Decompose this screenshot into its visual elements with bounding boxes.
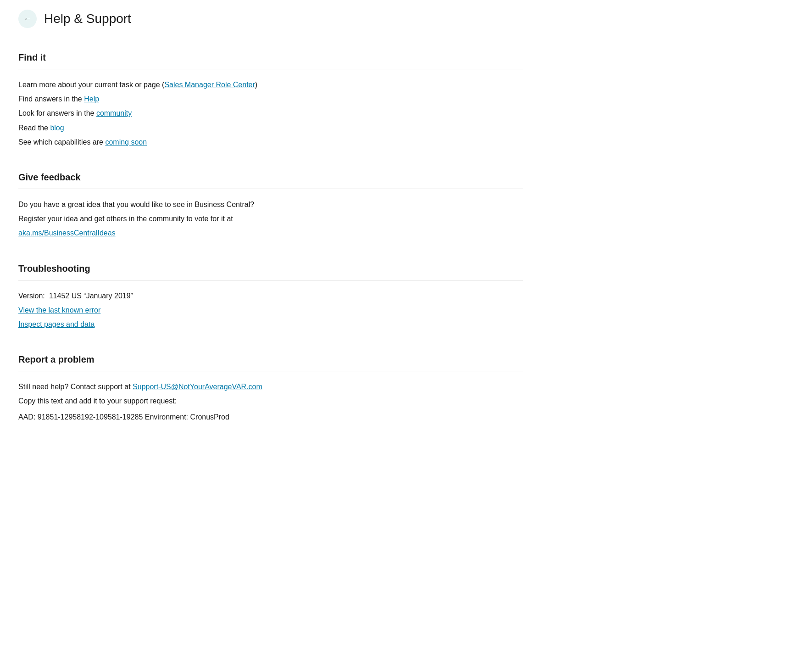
troubleshooting-divider (18, 280, 523, 280)
inspect-pages-link[interactable]: Inspect pages and data (18, 320, 95, 328)
give-feedback-link-line: aka.ms/BusinessCentralIdeas (18, 227, 523, 239)
find-it-line-1: Learn more about your current task or pa… (18, 78, 523, 91)
blog-link[interactable]: blog (50, 124, 64, 132)
troubleshooting-content: Version: 11452 US “January 2019” View th… (18, 290, 523, 331)
aad-info: AAD: 91851-12958192-109581-19285 Environ… (18, 411, 523, 423)
sales-manager-role-center-link[interactable]: Sales Manager Role Center (164, 81, 255, 89)
find-it-line-5-prefix: See which capabilities are (18, 138, 105, 146)
give-feedback-text2: Register your idea and get others in the… (18, 212, 523, 225)
page-header: ← Help & Support (18, 9, 794, 28)
section-report-problem: Report a problem Still need help? Contac… (18, 352, 523, 424)
last-error-line: View the last known error (18, 304, 523, 316)
find-it-content: Learn more about your current task or pa… (18, 78, 523, 148)
main-content: Find it Learn more about your current ta… (18, 50, 523, 424)
support-email-link[interactable]: Support-US@NotYourAverageVAR.com (133, 383, 262, 391)
last-known-error-link[interactable]: View the last known error (18, 306, 100, 314)
troubleshooting-title: Troubleshooting (18, 262, 523, 275)
business-central-ideas-link[interactable]: aka.ms/BusinessCentralIdeas (18, 229, 116, 237)
find-it-line-2-prefix: Find answers in the (18, 95, 84, 103)
find-it-divider (18, 69, 523, 69)
report-problem-content: Still need help? Contact support at Supp… (18, 380, 523, 424)
inspect-line: Inspect pages and data (18, 318, 523, 330)
give-feedback-divider (18, 189, 523, 189)
section-give-feedback: Give feedback Do you have a great idea t… (18, 170, 523, 240)
version-number: 11452 US “January 2019” (49, 292, 133, 300)
find-it-line-4-prefix: Read the (18, 124, 50, 132)
coming-soon-link[interactable]: coming soon (105, 138, 147, 146)
back-arrow-icon: ← (23, 15, 32, 23)
find-it-line-3: Look for answers in the community (18, 107, 523, 119)
help-link[interactable]: Help (84, 95, 99, 103)
find-it-line-1-prefix: Learn more about your current task or pa… (18, 81, 164, 89)
contact-support-prefix: Still need help? Contact support at (18, 383, 131, 391)
find-it-line-2: Find answers in the Help (18, 93, 523, 105)
give-feedback-title: Give feedback (18, 170, 523, 184)
section-find-it: Find it Learn more about your current ta… (18, 50, 523, 148)
version-label: Version: (18, 292, 45, 300)
give-feedback-content: Do you have a great idea that you would … (18, 198, 523, 240)
back-button[interactable]: ← (18, 10, 37, 28)
report-problem-title: Report a problem (18, 352, 523, 366)
find-it-title: Find it (18, 50, 523, 64)
community-link[interactable]: community (96, 109, 132, 117)
give-feedback-text1: Do you have a great idea that you would … (18, 198, 523, 211)
report-problem-divider (18, 371, 523, 371)
page-title: Help & Support (44, 9, 131, 28)
copy-text-line: Copy this text and add it to your suppor… (18, 395, 523, 407)
find-it-line-4: Read the blog (18, 122, 523, 134)
section-troubleshooting: Troubleshooting Version: 11452 US “Janua… (18, 262, 523, 331)
find-it-line-1-suffix: ) (255, 81, 257, 89)
page-container: ← Help & Support Find it Learn more abou… (0, 0, 812, 671)
give-feedback-text2-label: Register your idea and get others in the… (18, 215, 233, 223)
find-it-line-5: See which capabilities are coming soon (18, 136, 523, 148)
version-info: Version: 11452 US “January 2019” (18, 290, 523, 302)
find-it-line-3-prefix: Look for answers in the (18, 109, 96, 117)
contact-support-line: Still need help? Contact support at Supp… (18, 380, 523, 393)
